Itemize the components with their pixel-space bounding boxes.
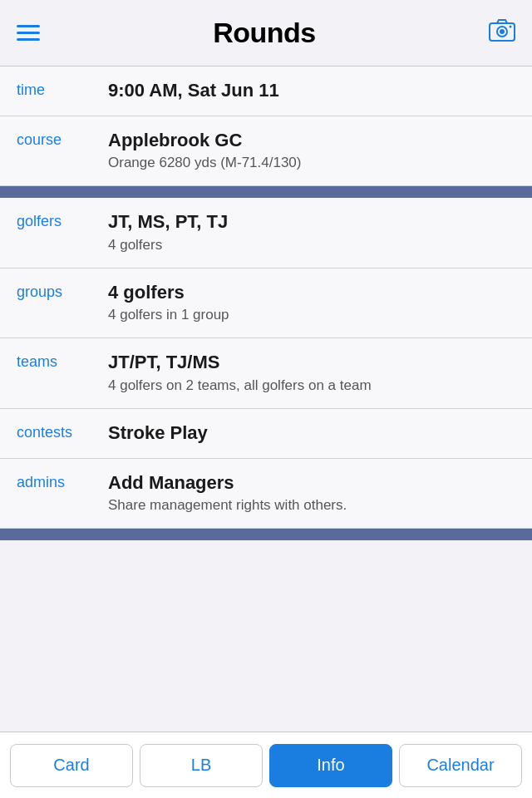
course-label: course (17, 130, 108, 149)
bottom-divider-band (0, 529, 532, 540)
time-label: time (17, 80, 108, 99)
golfers-row[interactable]: golfers JT, MS, PT, TJ 4 golfers (0, 198, 532, 268)
admins-label: admins (17, 472, 108, 491)
groups-value: 4 golfers 4 golfers in 1 group (108, 282, 515, 324)
tab-bar: Card LB Info Calendar (0, 732, 532, 798)
teams-row[interactable]: teams JT/PT, TJ/MS 4 golfers on 2 teams,… (0, 338, 532, 408)
tab-card[interactable]: Card (10, 744, 133, 787)
contests-row[interactable]: contests Stroke Play (0, 409, 532, 459)
page-title: Rounds (213, 17, 316, 49)
svg-point-3 (509, 26, 511, 28)
golfers-label: golfers (17, 211, 108, 230)
teams-label: teams (17, 352, 108, 371)
svg-point-2 (500, 29, 505, 34)
tab-info[interactable]: Info (269, 744, 392, 787)
teams-value: JT/PT, TJ/MS 4 golfers on 2 teams, all g… (108, 352, 515, 394)
time-value: 9:00 AM, Sat Jun 11 (108, 80, 515, 101)
content-area: time 9:00 AM, Sat Jun 11 course Applebro… (0, 66, 532, 732)
course-row: course Applebrook GC Orange 6280 yds (M-… (0, 116, 532, 186)
contests-value: Stroke Play (108, 422, 515, 444)
golfers-value: JT, MS, PT, TJ 4 golfers (108, 211, 515, 254)
camera-button[interactable] (489, 18, 515, 47)
admins-value: Add Managers Share management rights wit… (108, 472, 515, 515)
groups-row[interactable]: groups 4 golfers 4 golfers in 1 group (0, 268, 532, 338)
time-row: time 9:00 AM, Sat Jun 11 (0, 66, 532, 116)
tab-calendar[interactable]: Calendar (399, 744, 522, 787)
tab-lb[interactable]: LB (140, 744, 263, 787)
section-divider-band (0, 186, 532, 198)
course-value: Applebrook GC Orange 6280 yds (M-71.4/13… (108, 130, 515, 172)
app-header: Rounds (0, 0, 532, 66)
contests-label: contests (17, 422, 108, 441)
menu-button[interactable] (17, 25, 40, 41)
groups-label: groups (17, 282, 108, 301)
admins-row[interactable]: admins Add Managers Share management rig… (0, 459, 532, 529)
